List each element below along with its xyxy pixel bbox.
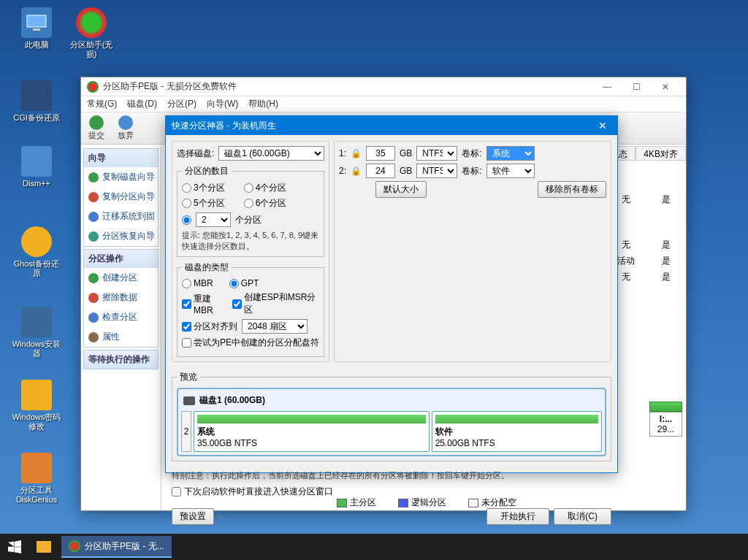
- op-wipe[interactable]: 擦除数据: [84, 288, 158, 307]
- check-next-launch[interactable]: 下次启动软件时直接进入快速分区窗口: [172, 486, 611, 498]
- radio-gpt[interactable]: GPT: [229, 278, 259, 288]
- maximize-button[interactable]: ☐: [622, 79, 651, 95]
- left-settings-group: 选择磁盘: 磁盘1 (60.00GB) 分区的数目 3个分区 4个分区 5个分区…: [172, 141, 329, 362]
- warning-text: 特别注意：执行此操作后，当前所选磁盘上已经存在的所有分区将被删除！按回车键开始分…: [172, 470, 611, 481]
- count-hint: 提示: 您能按1, 2, 3, 4, 5, 6, 7, 8, 9键来快速选择分区…: [182, 230, 319, 252]
- row2-vol-dropdown[interactable]: 软件: [486, 164, 535, 178]
- op-create[interactable]: 创建分区: [84, 268, 158, 288]
- wizard-recover[interactable]: 分区恢复向导: [84, 226, 158, 246]
- lock-icon[interactable]: 🔒: [351, 148, 362, 158]
- align-dropdown[interactable]: 2048 扇区: [242, 319, 308, 334]
- preview-disk: 磁盘1 (60.00GB) 2 系统 35.00GB NTFS 软件 25.00…: [177, 388, 606, 456]
- disk-strip[interactable]: I:...29...: [649, 402, 682, 437]
- desktop-icon-ghost[interactable]: Ghost备份还原: [11, 226, 62, 278]
- app-icon: [87, 81, 99, 93]
- radio-3-partitions[interactable]: 3个分区: [182, 182, 225, 194]
- desktop-icon-this-pc[interactable]: 此电脑: [11, 7, 62, 50]
- pending-header: 等待执行的操作: [84, 350, 158, 369]
- radio-mbr[interactable]: MBR: [182, 278, 213, 288]
- op-properties[interactable]: 属性: [84, 327, 158, 347]
- dialog-footer: 预设置 « 开始执行 取消(C): [166, 504, 617, 529]
- radio-6-partitions[interactable]: 6个分区: [244, 197, 287, 210]
- ops-header: 分区操作: [84, 250, 158, 268]
- desktop-icon-password[interactable]: Windows密码修改: [11, 380, 62, 431]
- row2-fs-dropdown[interactable]: NTFS: [416, 164, 457, 178]
- menu-partition[interactable]: 分区(P): [167, 98, 196, 110]
- wizard-copy-disk[interactable]: 复制磁盘向导: [84, 167, 158, 187]
- check-rebuild-mbr[interactable]: 重建MBR: [182, 293, 228, 315]
- select-disk-label: 选择磁盘:: [177, 147, 214, 160]
- minimize-button[interactable]: —: [592, 79, 622, 95]
- radio-4-partitions[interactable]: 4个分区: [244, 182, 287, 194]
- preview-group: 预览 磁盘1 (60.00GB) 2 系统 35.00GB NTFS 软件 25…: [172, 371, 611, 461]
- desktop-icon-dism[interactable]: Dism++: [11, 146, 62, 188]
- task-app-icon: [69, 540, 80, 552]
- disk-type-group: 磁盘的类型 MBR GPT 重建MBR 创建ESP和MSR分区 分区对齐到 20…: [177, 261, 324, 357]
- desktop-icon-partition-assistant[interactable]: 分区助手(无损): [66, 7, 117, 59]
- left-panel: 向导 复制磁盘向导 复制分区向导 迁移系统到固 分区恢复向导 分区操作 创建分区…: [81, 146, 161, 510]
- preset-button[interactable]: 预设置: [172, 508, 214, 525]
- window-title: 分区助手PE版 - 无损分区免费软件: [103, 80, 592, 93]
- taskbar-task-partition-assistant[interactable]: 分区助手PE版 - 无...: [61, 536, 172, 558]
- desktop-icon-diskgenius[interactable]: 分区工具DiskGenius: [11, 453, 62, 505]
- preview-part-count: 2: [181, 411, 191, 452]
- check-create-esp[interactable]: 创建ESP和MSR分区: [232, 291, 319, 316]
- custom-count-dropdown[interactable]: 2: [196, 212, 231, 227]
- row1-fs-dropdown[interactable]: NTFS: [416, 146, 457, 161]
- row2-index: 2:: [339, 166, 346, 176]
- desktop-icon-windows-installer[interactable]: Windows安装器: [11, 307, 62, 358]
- radio-custom-partitions[interactable]: [182, 215, 191, 225]
- preview-part-1[interactable]: 系统 35.00GB NTFS: [194, 411, 430, 452]
- svg-rect-0: [27, 15, 46, 27]
- check-try-pe[interactable]: 尝试为PE中创建的分区分配盘符: [182, 337, 319, 349]
- menu-general[interactable]: 常规(G): [87, 98, 117, 110]
- start-button[interactable]: [0, 534, 29, 560]
- check-align[interactable]: 分区对齐到: [182, 321, 237, 333]
- default-size-button[interactable]: 默认大小: [375, 181, 427, 198]
- menu-disk[interactable]: 磁盘(D): [127, 98, 157, 110]
- row1-index: 1:: [339, 148, 346, 158]
- op-check[interactable]: 检查分区: [84, 307, 158, 327]
- chevron-icon[interactable]: «: [218, 512, 224, 522]
- wizard-migrate-os[interactable]: 迁移系统到固: [84, 207, 158, 226]
- lock-icon[interactable]: 🔒: [351, 166, 362, 176]
- right-settings-group: 1: 🔒 GB NTFS 卷标: 系统 2: 🔒 GB NTFS 卷标: 软件: [334, 141, 611, 362]
- preview-part-2[interactable]: 软件 25.00GB NTFS: [432, 411, 602, 452]
- remove-labels-button[interactable]: 移除所有卷标: [538, 181, 606, 198]
- wizard-header: 向导: [84, 149, 158, 167]
- wizard-copy-partition[interactable]: 复制分区向导: [84, 187, 158, 207]
- disk-icon: [183, 396, 195, 405]
- row2-size-input[interactable]: [366, 164, 395, 178]
- dialog-title: 快速分区神器 - 为装机而生: [172, 120, 594, 132]
- menubar: 常规(G) 磁盘(D) 分区(P) 向导(W) 帮助(H): [81, 96, 686, 112]
- dialog-titlebar[interactable]: 快速分区神器 - 为装机而生 ✕: [166, 116, 617, 135]
- quick-partition-dialog: 快速分区神器 - 为装机而生 ✕ 选择磁盘: 磁盘1 (60.00GB) 分区的…: [165, 115, 618, 473]
- menu-wizard[interactable]: 向导(W): [207, 98, 238, 110]
- svg-rect-1: [33, 28, 40, 31]
- row1-size-input[interactable]: [366, 146, 395, 161]
- menu-help[interactable]: 帮助(H): [248, 98, 278, 110]
- select-disk-dropdown[interactable]: 磁盘1 (60.00GB): [218, 146, 324, 161]
- taskbar-explorer-icon[interactable]: [29, 534, 58, 560]
- partition-count-group: 分区的数目 3个分区 4个分区 5个分区 6个分区 2 个分区 提示: 您能按: [177, 165, 324, 257]
- start-button[interactable]: 开始执行: [486, 508, 549, 525]
- row1-vol-dropdown[interactable]: 系统: [486, 146, 535, 161]
- col-4kb[interactable]: 4KB对齐: [636, 146, 686, 161]
- desktop-icon-cgi[interactable]: CGI备份还原: [11, 80, 62, 123]
- titlebar[interactable]: 分区助手PE版 - 无损分区免费软件 — ☐ ✕: [81, 77, 686, 96]
- dialog-close-button[interactable]: ✕: [594, 120, 611, 131]
- commit-button[interactable]: 提交: [85, 114, 107, 142]
- discard-button[interactable]: 放弃: [115, 114, 137, 142]
- cancel-button[interactable]: 取消(C): [554, 508, 611, 525]
- taskbar: 分区助手PE版 - 无...: [0, 534, 748, 560]
- close-button[interactable]: ✕: [651, 79, 680, 95]
- radio-5-partitions[interactable]: 5个分区: [182, 197, 225, 210]
